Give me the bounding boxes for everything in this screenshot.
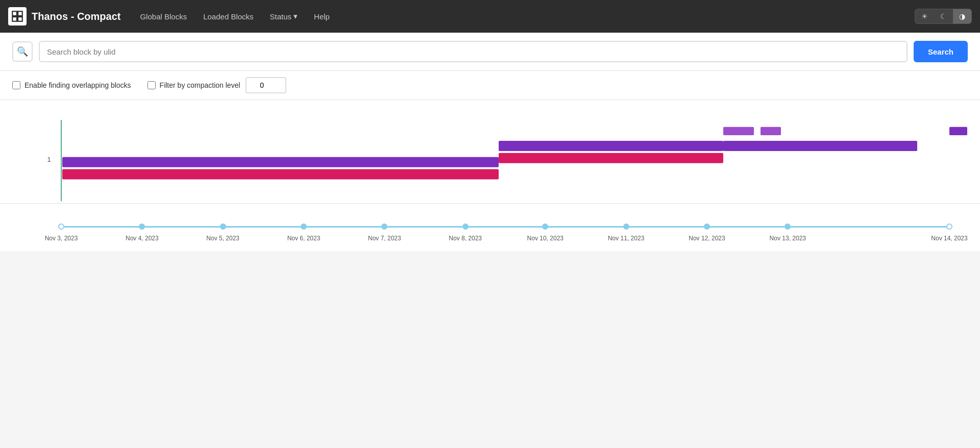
timeline-date-label: Nov 4, 2023: [126, 235, 159, 242]
timeline-dots-container: [61, 221, 949, 232]
svg-rect-2: [12, 17, 17, 21]
timeline-date-label: Nov 13, 2023: [770, 235, 806, 242]
search-icon: 🔍: [17, 46, 28, 57]
timeline-date-label: Nov 14, 2023: [931, 235, 967, 242]
timeline-date-label: Nov 11, 2023: [608, 235, 644, 242]
bar-medium-purple-2[interactable]: [499, 141, 723, 151]
timeline-date-label: Nov 6, 2023: [287, 235, 321, 242]
search-button[interactable]: Search: [914, 41, 968, 62]
theme-dark-button[interactable]: ☾: [934, 9, 953, 23]
chart-area: 1: [0, 100, 980, 251]
bar-tiny-purple-6[interactable]: [949, 127, 967, 135]
bar-large-pink-1[interactable]: [62, 169, 499, 179]
timeline-labels: Nov 3, 2023Nov 4, 2023Nov 5, 2023Nov 6, …: [0, 232, 980, 246]
timeline-date-label: Nov 12, 2023: [689, 235, 725, 242]
timeline-dot: [462, 223, 469, 230]
nav-global-blocks[interactable]: Global Blocks: [133, 8, 194, 25]
timeline-dot: [220, 223, 226, 230]
search-icon-wrap: 🔍: [12, 41, 33, 62]
svg-rect-1: [18, 11, 22, 16]
bar-right-purple-3[interactable]: [723, 141, 917, 151]
timeline-dot: [946, 223, 952, 230]
svg-text:1: 1: [47, 156, 51, 163]
compaction-filter-group: Filter by compaction level: [148, 77, 286, 93]
navbar: Thanos - Compact Global Blocks Loaded Bl…: [0, 0, 980, 33]
brand: Thanos - Compact: [8, 7, 120, 26]
bar-medium-pink-2[interactable]: [499, 153, 723, 163]
bar-large-purple-1[interactable]: [62, 157, 499, 167]
filter-section: Enable finding overlapping blocks Filter…: [0, 71, 980, 100]
nav-status-dropdown[interactable]: Status ▾: [263, 8, 305, 25]
compaction-filter-label[interactable]: Filter by compaction level: [148, 81, 240, 89]
bar-small-purple-4[interactable]: [723, 127, 754, 135]
timeline-date-label: Nov 3, 2023: [45, 235, 78, 242]
timeline-dot: [785, 223, 791, 230]
bar-tiny-purple-5[interactable]: [761, 127, 781, 135]
blocks-chart: 1: [0, 115, 980, 217]
timeline-dot: [542, 223, 548, 230]
timeline-date-label: Nov 10, 2023: [527, 235, 564, 242]
brand-icon: [8, 7, 27, 26]
timeline-dot: [139, 223, 145, 230]
timeline-dot: [623, 223, 629, 230]
compaction-checkbox[interactable]: [148, 81, 156, 89]
svg-rect-3: [18, 17, 22, 21]
nav-loaded-blocks[interactable]: Loaded Blocks: [196, 8, 260, 25]
theme-auto-button[interactable]: ◑: [953, 9, 971, 23]
overlap-checkbox[interactable]: [12, 81, 20, 89]
nav-help[interactable]: Help: [307, 8, 337, 25]
timeline-date-label: Nov 5, 2023: [206, 235, 239, 242]
timeline-date-label: Nov 8, 2023: [449, 235, 482, 242]
search-input[interactable]: [39, 41, 908, 62]
overlap-filter-label[interactable]: Enable finding overlapping blocks: [12, 81, 131, 89]
timeline-dot: [704, 223, 710, 230]
chevron-down-icon: ▾: [293, 12, 298, 21]
timeline-dot: [381, 223, 387, 230]
theme-switcher: ☀ ☾ ◑: [915, 9, 972, 24]
app-title: Thanos - Compact: [32, 11, 120, 22]
search-section: 🔍 Search: [0, 33, 980, 71]
timeline-dot: [301, 223, 307, 230]
timeline-date-label: Nov 7, 2023: [368, 235, 401, 242]
svg-rect-0: [12, 11, 17, 16]
timeline-dot: [58, 223, 64, 230]
nav-links: Global Blocks Loaded Blocks Status ▾ Hel…: [133, 8, 337, 25]
theme-light-button[interactable]: ☀: [915, 9, 934, 23]
compaction-level-input[interactable]: [246, 77, 286, 93]
